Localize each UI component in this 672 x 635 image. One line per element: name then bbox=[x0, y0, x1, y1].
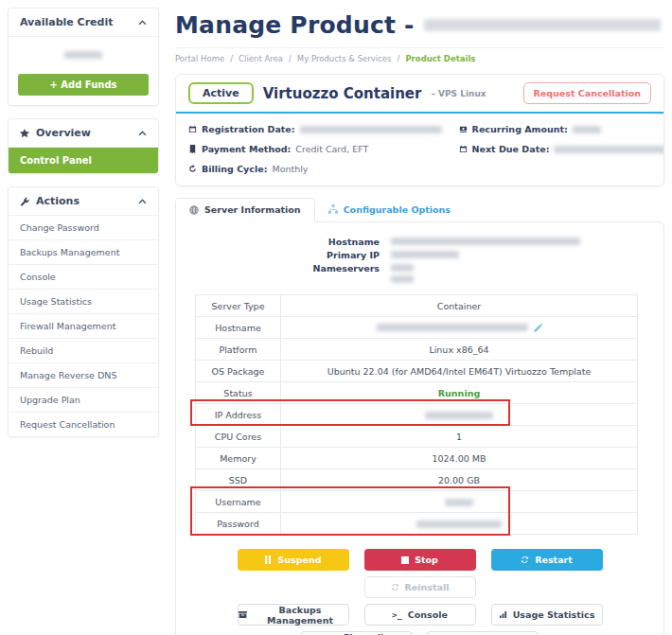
tab-bar: Server Information Configurable Options bbox=[175, 198, 664, 221]
main-content: Manage Product - Portal Home / Client Ar… bbox=[175, 8, 664, 635]
redacted-nameserver-1 bbox=[391, 264, 414, 272]
row-label: Server Type bbox=[196, 295, 281, 317]
overview-panel: Overview Control Panel bbox=[8, 118, 159, 174]
sidebar-item-request-cancellation[interactable]: Request Cancellation bbox=[9, 412, 158, 436]
redacted-password bbox=[416, 520, 502, 528]
sync-icon bbox=[391, 583, 399, 591]
table-row-ip-address: IP Address bbox=[196, 404, 638, 426]
row-label: CPU Cores bbox=[196, 426, 281, 448]
sidebar-item-console[interactable]: Console bbox=[9, 264, 158, 289]
row-value: 20.00 GB bbox=[281, 469, 638, 491]
request-cancellation-button[interactable]: Request Cancellation bbox=[523, 82, 652, 104]
sidebar-item-manage-reverse-dns[interactable]: Manage Reverse DNS bbox=[9, 362, 158, 387]
console-button[interactable]: >_ Console bbox=[364, 604, 476, 626]
firewall-label: Firewall Management bbox=[315, 632, 412, 635]
sidebar-item-firewall-management[interactable]: Firewall Management bbox=[9, 313, 158, 338]
status-value: Running bbox=[281, 382, 638, 404]
tab-configurable-options[interactable]: Configurable Options bbox=[315, 198, 464, 221]
available-credit-panel: Available Credit + Add Funds bbox=[8, 8, 159, 106]
table-row: Status Running bbox=[196, 382, 638, 404]
invoice-icon bbox=[188, 145, 197, 153]
row-value: 1 bbox=[281, 426, 638, 448]
redacted-hostname bbox=[391, 238, 580, 245]
breadcrumb-separator: / bbox=[230, 54, 233, 63]
product-card-header: Active Virtuozzo Container – VPS Linux R… bbox=[176, 75, 663, 112]
row-label: Platform bbox=[196, 339, 281, 361]
table-row-password: Password bbox=[196, 513, 638, 535]
nameservers-label: Nameservers bbox=[195, 262, 380, 274]
suspend-button[interactable]: Suspend bbox=[238, 549, 349, 571]
rebuild-button[interactable]: Rebuild bbox=[427, 631, 539, 635]
table-row: CPU Cores 1 bbox=[196, 426, 638, 448]
backups-label: Backups Management bbox=[253, 605, 348, 626]
breadcrumb: Portal Home / Client Area / My Products … bbox=[175, 54, 664, 63]
usage-statistics-button[interactable]: Usage Statistics bbox=[491, 604, 603, 626]
restart-button[interactable]: Restart bbox=[491, 549, 603, 571]
available-credit-header[interactable]: Available Credit bbox=[9, 9, 158, 37]
row-value bbox=[281, 491, 638, 513]
stop-button[interactable]: Stop bbox=[364, 549, 476, 571]
backups-management-button[interactable]: Backups Management bbox=[238, 604, 349, 626]
page-title: Manage Product - bbox=[175, 11, 415, 39]
sidebar-item-change-password[interactable]: Change Password bbox=[9, 216, 158, 239]
money-icon bbox=[459, 125, 468, 133]
breadcrumb-client-area[interactable]: Client Area bbox=[239, 54, 283, 63]
actions-menu: Change Password Backups Management Conso… bbox=[9, 216, 158, 436]
reinstall-label: Reinstall bbox=[405, 582, 450, 592]
star-icon bbox=[20, 129, 29, 138]
firewall-management-button[interactable]: Firewall Management bbox=[301, 631, 413, 635]
wrench-icon bbox=[20, 197, 29, 206]
registration-date-label: Registration Date: bbox=[202, 124, 295, 134]
breadcrumb-portal-home[interactable]: Portal Home bbox=[175, 54, 224, 63]
redacted-registration-date bbox=[300, 126, 442, 133]
add-funds-button[interactable]: + Add Funds bbox=[18, 74, 149, 96]
table-row: SSD 20.00 GB bbox=[196, 469, 638, 491]
calendar-icon bbox=[459, 145, 468, 153]
sidebar-item-rebuild[interactable]: Rebuild bbox=[9, 338, 158, 362]
calendar-icon bbox=[188, 125, 197, 133]
breadcrumb-my-products[interactable]: My Products & Services bbox=[297, 54, 392, 63]
host-info: Hostname Primary IP Nameservers bbox=[195, 236, 645, 283]
sidebar-item-upgrade-plan[interactable]: Upgrade Plan bbox=[9, 387, 158, 412]
actions-panel: Actions Change Password Backups Manageme… bbox=[8, 186, 159, 437]
actions-title: Actions bbox=[36, 195, 80, 207]
pause-icon bbox=[264, 556, 272, 564]
chevron-up-icon bbox=[138, 20, 147, 26]
row-label: IP Address bbox=[196, 404, 281, 426]
available-credit-title: Available Credit bbox=[20, 16, 113, 28]
table-row: Hostname bbox=[196, 317, 638, 339]
restart-label: Restart bbox=[535, 555, 573, 565]
billing-cycle-value: Monthly bbox=[272, 164, 308, 174]
breadcrumb-separator: / bbox=[289, 54, 292, 63]
table-row: Platform Linux x86_64 bbox=[196, 339, 638, 361]
tab-server-information[interactable]: Server Information bbox=[175, 198, 315, 222]
row-label: Username bbox=[196, 491, 281, 513]
overview-header[interactable]: Overview bbox=[9, 119, 158, 148]
sidebar-item-control-panel[interactable]: Control Panel bbox=[9, 148, 158, 173]
row-label: Hostname bbox=[196, 317, 281, 339]
row-value: Ubuntu 22.04 (for AMD64/Intel EM64T) Vir… bbox=[281, 361, 638, 382]
overview-title: Overview bbox=[36, 127, 91, 139]
tab-server-information-label: Server Information bbox=[204, 204, 301, 215]
status-badge: Active bbox=[188, 82, 254, 104]
row-value bbox=[281, 404, 638, 426]
sidebar-item-usage-statistics[interactable]: Usage Statistics bbox=[9, 289, 158, 313]
row-value bbox=[281, 513, 638, 535]
reinstall-button[interactable]: Reinstall bbox=[364, 576, 476, 598]
sidebar-item-backups-management[interactable]: Backups Management bbox=[9, 239, 158, 264]
table-row: Server Type Container bbox=[196, 295, 638, 317]
redacted-recurring-amount bbox=[573, 126, 601, 133]
actions-header[interactable]: Actions bbox=[9, 187, 158, 216]
recurring-amount: Recurring Amount: bbox=[459, 124, 664, 134]
archive-icon bbox=[239, 610, 247, 619]
console-label: Console bbox=[408, 609, 448, 620]
billing-cycle: Billing Cycle: Monthly bbox=[188, 164, 442, 174]
usage-statistics-label: Usage Statistics bbox=[513, 609, 595, 620]
row-label: SSD bbox=[196, 469, 281, 491]
product-details: Registration Date: Recurring Amount: Pay… bbox=[176, 114, 663, 185]
stop-label: Stop bbox=[415, 555, 438, 565]
edit-icon[interactable] bbox=[534, 324, 542, 332]
payment-method-label: Payment Method: bbox=[202, 144, 291, 154]
redacted-hostname-cell bbox=[377, 324, 528, 331]
server-information-panel: Hostname Primary IP Nameservers bbox=[175, 221, 664, 635]
